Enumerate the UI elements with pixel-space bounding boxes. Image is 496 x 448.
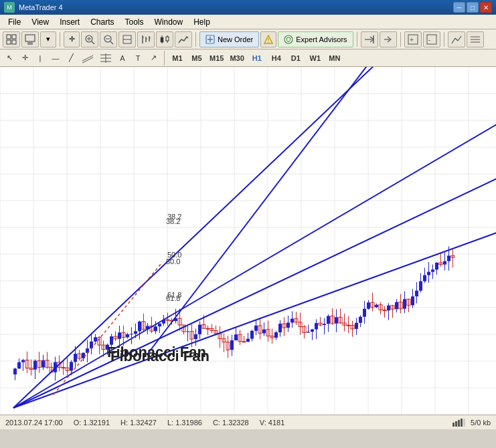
menu-charts[interactable]: Charts [85,16,119,28]
chart-shift-button[interactable] [361,31,378,47]
new-order-label: New Order [218,35,253,43]
menu-view[interactable]: View [26,16,54,28]
status-datetime: 2013.07.24 17:00 [5,419,63,427]
timeframe-w1[interactable]: W1 [307,51,324,65]
timeframe-m30[interactable]: M30 [228,51,246,65]
status-high: H: 1.32427 [120,419,157,427]
menu-tools[interactable]: Tools [120,16,149,28]
app-icon: M [4,2,15,13]
separator-1 [60,32,60,47]
price-chart[interactable] [0,67,496,415]
svg-rect-3 [12,40,16,44]
status-low: L: 1.31986 [167,419,202,427]
svg-rect-22 [161,37,163,42]
svg-rect-1 [12,35,16,39]
signal-bars [452,419,465,427]
alert-icon[interactable] [260,31,276,47]
period-sep-button[interactable] [118,31,136,47]
horizontal-line-tool[interactable]: — [49,51,62,65]
autoscroll-button[interactable] [380,31,397,47]
cursor-tool[interactable]: ↖ [3,51,16,65]
timeframe-h4[interactable]: H4 [268,51,285,65]
status-filesize: 5/0 kb [471,419,491,427]
svg-point-33 [268,41,269,43]
svg-line-43 [455,38,458,41]
svg-rect-4 [25,35,35,41]
menu-insert[interactable]: Insert [54,16,85,28]
zoom-chart-out[interactable]: - [423,31,440,47]
timeframe-mn[interactable]: MN [326,51,343,65]
separator-5 [444,32,444,47]
vertical-line-tool[interactable]: | [33,51,47,65]
svg-line-42 [452,38,455,43]
separator-4 [400,32,401,47]
zoom-out-button[interactable] [100,31,117,47]
status-open: O: 1.32191 [74,419,110,427]
svg-rect-2 [7,40,11,44]
svg-rect-0 [7,35,11,39]
dropdown-arrow[interactable]: ▾ [40,31,56,47]
timeframe-h1[interactable]: H1 [248,51,266,65]
zoom-chart-in[interactable]: + [404,31,422,47]
new-order-button[interactable]: New Order [199,31,259,47]
bar-chart-button[interactable] [137,31,155,47]
indicators-button[interactable] [448,31,465,47]
menu-file[interactable]: File [3,16,26,28]
status-close: C: 1.32328 [213,419,249,427]
menu-bar: File View Insert Charts Tools Window Hel… [0,15,496,29]
candle-chart-button[interactable] [156,31,173,47]
svg-line-44 [458,36,461,41]
trend-line-tool[interactable]: ╱ [64,51,78,65]
crosshair-button[interactable]: ✛ [64,31,80,47]
fib-retracement-tool[interactable] [98,51,114,65]
toolbar-main: ▾ ✛ New Order Expert Advisors + - [0,29,496,49]
menu-window[interactable]: Window [149,16,189,28]
line-chart-button[interactable] [175,31,192,47]
profiles-button[interactable] [21,31,39,47]
timeframe-m1[interactable]: M1 [169,51,186,65]
label-tool[interactable]: T [131,51,145,65]
expert-advisors-button[interactable]: Expert Advisors [278,31,353,47]
menu-help[interactable]: Help [188,16,216,28]
text-tool[interactable]: A [116,51,129,65]
timeframe-d1[interactable]: D1 [287,51,305,65]
new-chart-button[interactable] [3,31,20,47]
svg-line-8 [92,41,94,44]
maximize-button[interactable]: □ [467,2,479,13]
separator-2 [195,32,196,47]
title-text: MetaTrader 4 [19,3,63,11]
separator-tf [164,51,165,66]
expert-advisors-label: Expert Advisors [296,35,347,43]
timeframe-m15[interactable]: M15 [208,51,226,65]
timeframe-m5[interactable]: M5 [188,51,205,65]
chart-area[interactable]: Fibonacci Fan 38.2 50.0 61.8 [0,67,496,415]
minimize-button[interactable]: ─ [453,2,465,13]
status-bar: 2013.07.24 17:00 O: 1.32191 H: 1.32427 L… [0,415,496,429]
svg-text:-: - [428,36,430,43]
status-volume: V: 4181 [260,419,285,427]
svg-rect-25 [166,37,169,41]
toolbar-drawing: ↖ ✛ | — ╱ A T ↗ M1 M5 M15 M30 H1 H4 D1 W… [0,49,496,67]
separator-3 [357,32,357,47]
equidistant-channel[interactable] [80,51,96,65]
svg-text:+: + [410,36,414,43]
close-button[interactable]: ✕ [480,2,492,13]
crosshair-tool[interactable]: ✛ [18,51,31,65]
arrow-tool[interactable]: ↗ [147,51,160,65]
zoom-in-button[interactable] [81,31,98,47]
object-list-button[interactable] [467,31,484,47]
title-bar: M MetaTrader 4 ─ □ ✕ [0,0,496,15]
svg-line-12 [110,41,113,44]
